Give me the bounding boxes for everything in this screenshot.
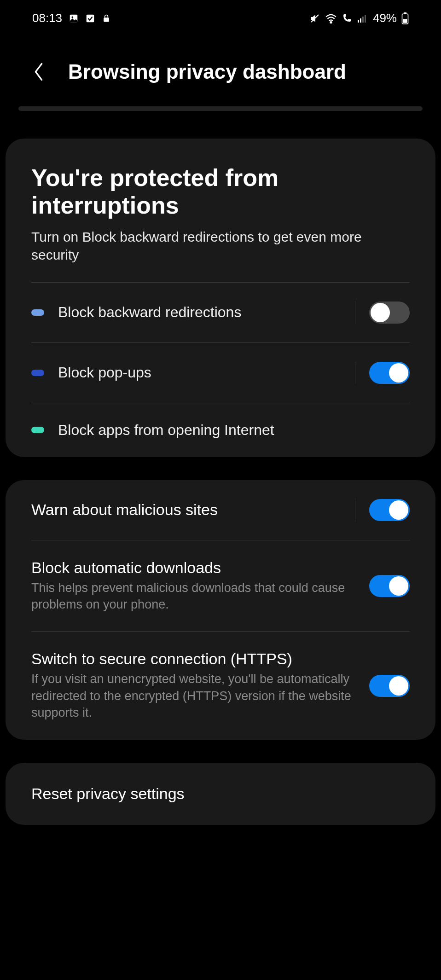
divider-vertical: [355, 301, 355, 324]
page-title: Browsing privacy dashboard: [68, 60, 346, 83]
reset-privacy-settings-row[interactable]: Reset privacy settings: [6, 763, 435, 825]
page-header: Browsing privacy dashboard: [0, 33, 441, 106]
svg-rect-11: [404, 12, 407, 14]
block-apps-opening-internet-row[interactable]: Block apps from opening Internet: [6, 403, 435, 457]
divider-vertical: [355, 499, 355, 522]
block-automatic-downloads-toggle[interactable]: [369, 575, 410, 597]
svg-rect-2: [87, 14, 94, 22]
wifi-icon: [325, 13, 337, 23]
security-card: Warn about malicious sites Block automat…: [6, 480, 435, 740]
image-icon: [69, 13, 79, 23]
block-automatic-downloads-row[interactable]: Block automatic downloads This helps pre…: [6, 540, 435, 632]
status-battery-pct: 49%: [373, 11, 397, 25]
indicator-dot: [31, 427, 44, 433]
lock-icon: [102, 13, 111, 23]
block-backward-redirections-row[interactable]: Block backward redirections: [6, 283, 435, 342]
protection-header: You're protected from interruptions Turn…: [6, 139, 435, 282]
indicator-dot: [31, 370, 44, 376]
check-icon: [85, 13, 95, 23]
svg-rect-12: [403, 19, 407, 23]
call-icon: [342, 13, 353, 24]
row-label: Block backward redirections: [58, 304, 341, 321]
svg-point-1: [71, 16, 73, 18]
protection-card: You're protected from interruptions Turn…: [6, 139, 435, 457]
block-backward-redirections-toggle[interactable]: [369, 302, 410, 324]
row-label: Warn about malicious sites: [31, 501, 341, 519]
row-label: Block apps from opening Internet: [58, 422, 410, 439]
protection-subtitle: Turn on Block backward redirections to g…: [31, 228, 410, 264]
svg-rect-9: [365, 15, 366, 23]
reset-card: Reset privacy settings: [6, 763, 435, 825]
svg-rect-6: [358, 20, 359, 23]
divider-vertical: [355, 361, 355, 384]
status-bar: 08:13 49%: [0, 0, 441, 33]
row-label: Reset privacy settings: [31, 785, 410, 803]
scroll-indicator: [18, 106, 423, 111]
status-left: 08:13: [32, 11, 111, 25]
battery-icon: [401, 12, 409, 24]
svg-rect-8: [362, 17, 364, 23]
warn-malicious-sites-toggle[interactable]: [369, 499, 410, 521]
row-description: If you visit an unencrypted website, you…: [31, 671, 355, 721]
mute-icon: [309, 13, 320, 24]
svg-point-5: [330, 22, 331, 23]
back-button[interactable]: [28, 61, 50, 83]
protection-title: You're protected from interruptions: [31, 164, 410, 220]
svg-rect-3: [104, 17, 109, 22]
indicator-dot: [31, 309, 44, 316]
row-label: Block automatic downloads: [31, 559, 355, 577]
block-popups-toggle[interactable]: [369, 362, 410, 384]
row-label: Switch to secure connection (HTTPS): [31, 650, 355, 668]
status-right: 49%: [309, 11, 409, 25]
row-label: Block pop-ups: [58, 364, 341, 381]
block-popups-row[interactable]: Block pop-ups: [6, 343, 435, 403]
switch-https-row[interactable]: Switch to secure connection (HTTPS) If y…: [6, 632, 435, 739]
chevron-left-icon: [32, 62, 45, 82]
switch-https-toggle[interactable]: [369, 675, 410, 697]
signal-icon: [357, 14, 368, 23]
row-description: This helps prevent malicious downloads t…: [31, 580, 355, 613]
svg-rect-7: [360, 18, 361, 23]
status-time: 08:13: [32, 11, 62, 25]
warn-malicious-sites-row[interactable]: Warn about malicious sites: [6, 480, 435, 540]
